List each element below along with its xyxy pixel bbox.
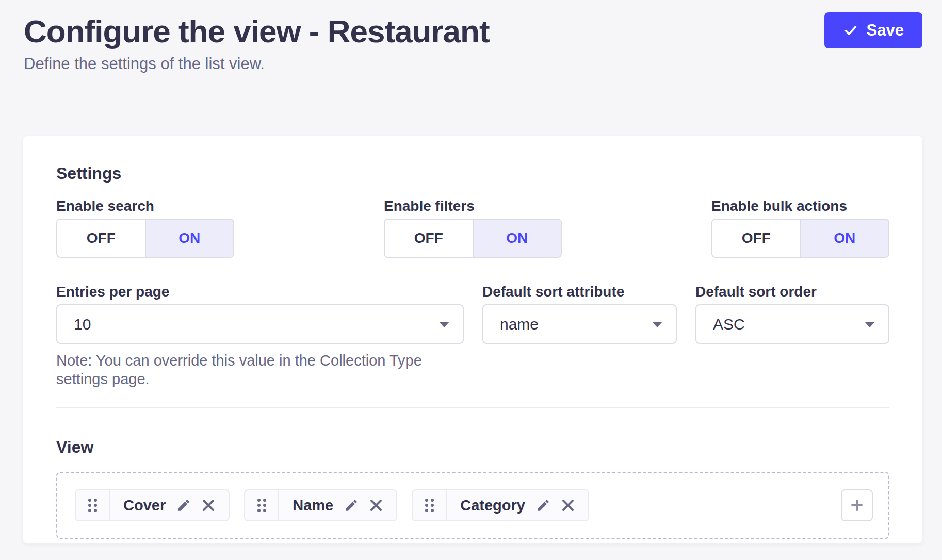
edit-field-button[interactable]: [176, 498, 191, 513]
select-label: Default sort attribute: [482, 283, 677, 301]
toggle-enable-search: Enable search OFF ON: [56, 197, 234, 258]
settings-heading: Settings: [56, 163, 889, 184]
enable-search-on-option[interactable]: ON: [145, 220, 234, 257]
field-drop-zone[interactable]: Cover Name: [56, 472, 889, 539]
selects-row: Entries per page 10 Note: You can overri…: [56, 283, 889, 388]
field-chip-name: Name: [244, 489, 397, 521]
remove-field-button[interactable]: [368, 498, 384, 513]
check-icon: [843, 23, 858, 38]
field-chip-label: Cover: [110, 497, 176, 514]
save-button-label: Save: [867, 21, 904, 40]
field-chip-cover: Cover: [75, 489, 230, 521]
drag-handle[interactable]: [245, 490, 279, 520]
save-button[interactable]: Save: [824, 12, 922, 48]
default-sort-order-select[interactable]: ASC: [695, 304, 889, 344]
enable-filters-on-option[interactable]: ON: [473, 220, 561, 257]
enable-search-toggle: OFF ON: [56, 219, 234, 258]
pencil-icon: [176, 498, 191, 513]
remove-field-button[interactable]: [560, 498, 576, 513]
drag-handle[interactable]: [413, 490, 447, 520]
field-chip-label: Name: [279, 497, 344, 514]
default-sort-attribute-field: Default sort attribute name: [482, 283, 677, 388]
enable-bulk-actions-on-option[interactable]: ON: [800, 220, 889, 257]
default-sort-attribute-select[interactable]: name: [482, 304, 677, 344]
field-chip-label: Category: [447, 497, 535, 514]
drag-handle-icon: [88, 499, 97, 512]
pencil-icon: [535, 498, 551, 513]
page-title-block: Configure the view - Restaurant Define t…: [24, 12, 490, 74]
entries-per-page-value: 10: [74, 316, 91, 333]
add-field-button[interactable]: [841, 489, 873, 521]
toggle-label: Enable search: [56, 197, 234, 216]
settings-card: Settings Enable search OFF ON Enable fil…: [23, 136, 922, 543]
pencil-icon: [344, 498, 359, 513]
caret-down-icon: [652, 322, 662, 327]
drag-handle[interactable]: [76, 490, 110, 520]
select-label: Entries per page: [56, 283, 464, 301]
toggle-enable-bulk-actions: Enable bulk actions OFF ON: [711, 197, 889, 258]
enable-bulk-actions-toggle: OFF ON: [711, 219, 889, 258]
default-sort-order-value: ASC: [713, 316, 745, 333]
caret-down-icon: [865, 322, 875, 327]
entries-per-page-select[interactable]: 10: [56, 304, 464, 344]
close-icon: [560, 498, 576, 513]
view-heading: View: [56, 437, 889, 457]
default-sort-attribute-value: name: [500, 316, 539, 333]
edit-field-button[interactable]: [535, 498, 551, 513]
default-sort-order-field: Default sort order ASC: [695, 283, 889, 388]
select-label: Default sort order: [695, 283, 889, 301]
page-subtitle: Define the settings of the list view.: [24, 54, 490, 74]
drag-handle-icon: [425, 499, 434, 512]
entries-per-page-field: Entries per page 10 Note: You can overri…: [56, 283, 464, 388]
page-header: Configure the view - Restaurant Define t…: [0, 0, 942, 74]
enable-bulk-actions-off-option[interactable]: OFF: [712, 220, 800, 257]
toggle-label: Enable filters: [384, 197, 562, 216]
entries-per-page-note: Note: You can override this value in the…: [56, 351, 464, 388]
remove-field-button[interactable]: [201, 498, 216, 513]
section-divider: [56, 407, 889, 408]
enable-filters-toggle: OFF ON: [384, 219, 562, 258]
close-icon: [368, 498, 384, 513]
toggle-enable-filters: Enable filters OFF ON: [384, 197, 562, 258]
enable-filters-off-option[interactable]: OFF: [385, 220, 473, 257]
caret-down-icon: [439, 322, 449, 327]
plus-icon: [848, 497, 866, 514]
drag-handle-icon: [257, 499, 266, 512]
toggles-row: Enable search OFF ON Enable filters OFF …: [56, 197, 889, 258]
page-title: Configure the view - Restaurant: [24, 12, 490, 51]
enable-search-off-option[interactable]: OFF: [57, 220, 145, 257]
close-icon: [201, 498, 216, 513]
field-chip-category: Category: [412, 489, 589, 521]
toggle-label: Enable bulk actions: [711, 197, 889, 216]
edit-field-button[interactable]: [344, 498, 359, 513]
